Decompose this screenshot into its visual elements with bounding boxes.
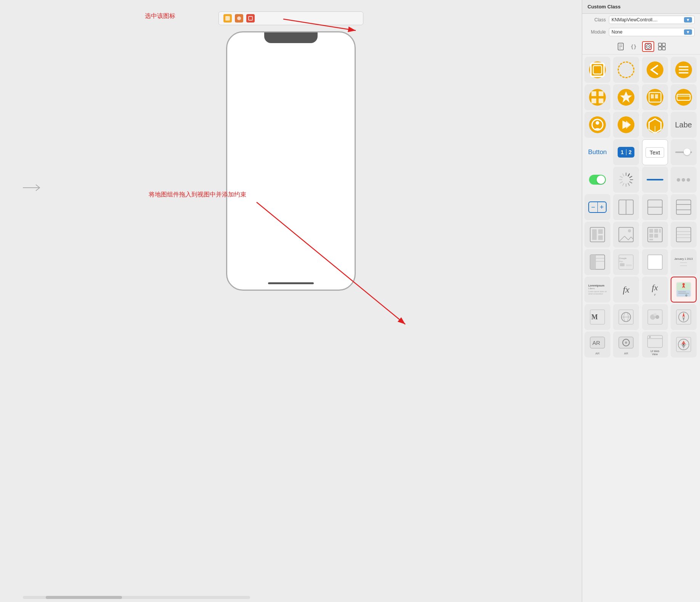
svg-line-40 bbox=[655, 119, 661, 122]
obj-cell-blue-slider[interactable] bbox=[642, 167, 668, 193]
obj-cell-whitebox[interactable] bbox=[642, 249, 668, 275]
class-dropdown-btn[interactable]: ▼ bbox=[684, 17, 692, 23]
obj-cell-arkit1[interactable]: AR AR bbox=[584, 332, 610, 357]
obj-cell-metal[interactable]: M bbox=[584, 304, 610, 330]
svg-line-69 bbox=[628, 237, 631, 240]
obj-cell-8[interactable] bbox=[671, 84, 697, 110]
obj-cell-6[interactable] bbox=[613, 84, 639, 110]
obj-cell-fx-v[interactable]: fx v bbox=[642, 277, 668, 303]
svg-point-97 bbox=[682, 283, 685, 285]
tab-file[interactable] bbox=[615, 41, 627, 52]
annotation-drag-text: 将地图组件拖入到视图中并添加约束 bbox=[149, 191, 246, 198]
svg-rect-77 bbox=[654, 234, 658, 238]
svg-rect-31 bbox=[651, 94, 654, 98]
obj-cell-4[interactable] bbox=[671, 57, 697, 83]
obj-cell-gridview[interactable] bbox=[642, 222, 668, 248]
obj-cell-segmented[interactable]: 1 2 bbox=[613, 139, 639, 165]
tab-code[interactable]: {} bbox=[628, 41, 641, 52]
class-label: Class bbox=[588, 17, 606, 23]
tab-icon-yellow bbox=[223, 14, 232, 23]
obj-cell-12[interactable]: Labe bbox=[671, 112, 697, 138]
svg-line-68 bbox=[625, 236, 628, 240]
annotation-select-icon: 选中该图标 bbox=[145, 12, 175, 20]
obj-cell-compass[interactable] bbox=[671, 304, 697, 330]
obj-cell-tableview[interactable] bbox=[671, 222, 697, 248]
obj-cell-safari[interactable] bbox=[671, 332, 697, 357]
tab-icon-red bbox=[246, 14, 255, 23]
svg-point-1 bbox=[237, 16, 241, 20]
obj-cell-gray-grid[interactable] bbox=[671, 167, 697, 193]
obj-cell-split-h[interactable] bbox=[642, 194, 668, 220]
svg-rect-65 bbox=[598, 235, 603, 240]
obj-cell-5[interactable] bbox=[584, 84, 610, 110]
module-dropdown-btn[interactable]: ▼ bbox=[684, 29, 692, 35]
obj-cell-scenekit[interactable] bbox=[613, 304, 639, 330]
svg-rect-25 bbox=[591, 91, 596, 96]
obj-cell-11[interactable] bbox=[642, 112, 668, 138]
canvas-area: 选中该图标 将地图组件拖入到视图中并添加约束 bbox=[0, 0, 582, 602]
svg-rect-59 bbox=[676, 200, 691, 214]
obj-cell-google-map[interactable]: GoogleMap bbox=[613, 249, 639, 275]
object-grid: Labe Button 1 2 Text bbox=[584, 57, 698, 357]
svg-point-122 bbox=[649, 336, 651, 338]
annotation-drag-map: 将地图组件拖入到视图中并添加约束 bbox=[149, 191, 246, 199]
svg-text:Google: Google bbox=[619, 257, 627, 259]
custom-class-header: Custom Class bbox=[582, 0, 700, 14]
obj-cell-textfield[interactable]: Text bbox=[642, 139, 668, 165]
svg-rect-75 bbox=[659, 229, 661, 233]
svg-line-53 bbox=[620, 176, 623, 177]
obj-cell-mapkit[interactable]: ⚙ bbox=[671, 277, 697, 303]
svg-rect-18 bbox=[658, 47, 661, 50]
obj-cell-10[interactable] bbox=[613, 112, 639, 138]
object-library[interactable]: Labe Button 1 2 Text bbox=[582, 55, 700, 602]
svg-text:Map: Map bbox=[619, 260, 623, 262]
svg-rect-76 bbox=[649, 234, 653, 238]
module-input[interactable]: None ▼ bbox=[609, 28, 695, 36]
obj-cell-button[interactable]: Button bbox=[584, 139, 610, 165]
iphone-notch bbox=[264, 32, 318, 43]
scrollbar-thumb bbox=[46, 596, 122, 599]
obj-cell-split-v[interactable] bbox=[613, 194, 639, 220]
svg-line-48 bbox=[628, 183, 629, 186]
obj-cell-slider-gray[interactable] bbox=[671, 139, 697, 165]
obj-cell-realitykit[interactable] bbox=[642, 304, 668, 330]
obj-cell-datepicker[interactable]: January 1 2013 ——— ——— bbox=[671, 249, 697, 275]
obj-cell-2[interactable] bbox=[613, 57, 639, 83]
iphone-frame bbox=[226, 31, 356, 291]
obj-cell-sidebar1[interactable] bbox=[584, 249, 610, 275]
svg-rect-16 bbox=[658, 43, 661, 46]
obj-cell-spinner[interactable] bbox=[613, 167, 639, 193]
svg-rect-73 bbox=[649, 229, 653, 233]
svg-rect-84 bbox=[590, 255, 596, 269]
svg-text:AR: AR bbox=[592, 340, 600, 346]
obj-cell-imageview[interactable] bbox=[613, 222, 639, 248]
obj-cell-container1[interactable] bbox=[584, 222, 610, 248]
svg-point-71 bbox=[628, 229, 631, 232]
svg-point-36 bbox=[596, 121, 599, 125]
class-input[interactable]: KNMapViewControll.... ▼ bbox=[609, 16, 695, 24]
svg-rect-2 bbox=[249, 16, 252, 20]
obj-cell-stepper[interactable]: − + bbox=[584, 194, 610, 220]
obj-cell-3[interactable] bbox=[642, 57, 668, 83]
obj-cell-7[interactable] bbox=[642, 84, 668, 110]
module-row: Module None ▼ bbox=[582, 26, 700, 38]
icon-tabs-row: {} bbox=[582, 38, 700, 55]
obj-cell-lorem[interactable]: Loremipsum Libero Lorem ipsum dolor sit … bbox=[584, 277, 610, 303]
obj-cell-1[interactable] bbox=[584, 57, 610, 83]
tab-grid[interactable] bbox=[656, 41, 668, 52]
obj-cell-split-rows[interactable] bbox=[671, 194, 697, 220]
svg-line-70 bbox=[631, 237, 633, 239]
tab-object[interactable] bbox=[642, 41, 654, 52]
obj-cell-webview[interactable]: UI WebView bbox=[642, 332, 668, 357]
svg-rect-64 bbox=[598, 229, 603, 234]
module-label: Module bbox=[588, 29, 606, 35]
svg-rect-26 bbox=[599, 91, 604, 96]
svg-text:{}: {} bbox=[631, 44, 637, 50]
obj-cell-toggle[interactable] bbox=[584, 167, 610, 193]
storyboard-tabs bbox=[218, 11, 363, 25]
obj-cell-fx[interactable]: fx bbox=[613, 277, 639, 303]
scrollbar-area[interactable] bbox=[23, 596, 250, 599]
obj-cell-arkit2[interactable]: AR bbox=[613, 332, 639, 357]
svg-line-50 bbox=[623, 183, 624, 186]
obj-cell-9[interactable] bbox=[584, 112, 610, 138]
